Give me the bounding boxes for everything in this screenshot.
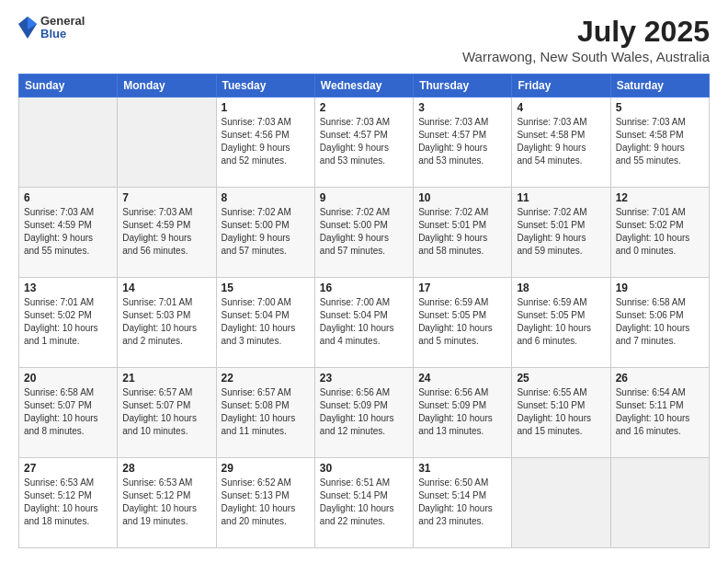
day-cell: 24Sunrise: 6:56 AM Sunset: 5:09 PM Dayli… (414, 368, 512, 458)
subtitle: Warrawong, New South Wales, Australia (462, 49, 710, 64)
day-cell: 8Sunrise: 7:02 AM Sunset: 5:00 PM Daylig… (216, 188, 314, 278)
day-number: 1 (222, 101, 310, 114)
day-info: Sunrise: 7:03 AM Sunset: 4:56 PM Dayligh… (222, 116, 310, 167)
day-cell: 29Sunrise: 6:52 AM Sunset: 5:13 PM Dayli… (216, 458, 314, 548)
day-info: Sunrise: 6:59 AM Sunset: 5:05 PM Dayligh… (418, 296, 506, 348)
day-cell: 13Sunrise: 7:01 AM Sunset: 5:02 PM Dayli… (19, 278, 118, 368)
day-number: 6 (24, 191, 112, 204)
day-info: Sunrise: 7:02 AM Sunset: 5:01 PM Dayligh… (517, 206, 605, 258)
day-cell: 30Sunrise: 6:51 AM Sunset: 5:14 PM Dayli… (314, 458, 413, 548)
week-row-2: 6Sunrise: 7:03 AM Sunset: 4:59 PM Daylig… (19, 188, 710, 278)
day-info: Sunrise: 6:55 AM Sunset: 5:10 PM Dayligh… (517, 386, 605, 438)
logo-text: General Blue (40, 15, 85, 41)
header-cell-tuesday: Tuesday (216, 75, 314, 98)
day-cell: 19Sunrise: 6:58 AM Sunset: 5:06 PM Dayli… (610, 278, 709, 368)
day-info: Sunrise: 6:56 AM Sunset: 5:09 PM Dayligh… (418, 386, 506, 438)
day-number: 3 (418, 101, 506, 114)
day-info: Sunrise: 7:03 AM Sunset: 4:59 PM Dayligh… (24, 206, 112, 258)
day-info: Sunrise: 6:52 AM Sunset: 5:13 PM Dayligh… (222, 477, 310, 528)
day-number: 28 (122, 462, 210, 475)
day-info: Sunrise: 6:57 AM Sunset: 5:08 PM Dayligh… (222, 386, 310, 438)
day-number: 9 (320, 191, 408, 204)
day-number: 25 (517, 372, 605, 385)
day-info: Sunrise: 6:57 AM Sunset: 5:07 PM Dayligh… (122, 386, 210, 438)
day-cell: 9Sunrise: 7:02 AM Sunset: 5:00 PM Daylig… (314, 188, 413, 278)
day-info: Sunrise: 7:03 AM Sunset: 4:58 PM Dayligh… (616, 116, 704, 167)
day-number: 30 (320, 462, 408, 475)
header-cell-wednesday: Wednesday (314, 75, 413, 98)
header-cell-saturday: Saturday (610, 75, 709, 98)
header: General Blue July 2025 Warrawong, New So… (18, 15, 710, 64)
day-info: Sunrise: 6:58 AM Sunset: 5:07 PM Dayligh… (24, 386, 112, 438)
day-number: 22 (222, 372, 310, 385)
day-number: 13 (24, 282, 112, 294)
week-row-4: 20Sunrise: 6:58 AM Sunset: 5:07 PM Dayli… (19, 368, 710, 458)
day-number: 31 (418, 462, 506, 475)
header-cell-thursday: Thursday (414, 75, 512, 98)
week-row-5: 27Sunrise: 6:53 AM Sunset: 5:12 PM Dayli… (19, 458, 710, 548)
day-info: Sunrise: 7:02 AM Sunset: 5:00 PM Dayligh… (320, 206, 408, 258)
day-cell: 31Sunrise: 6:50 AM Sunset: 5:14 PM Dayli… (414, 458, 512, 548)
day-cell: 1Sunrise: 7:03 AM Sunset: 4:56 PM Daylig… (216, 98, 314, 188)
day-info: Sunrise: 7:01 AM Sunset: 5:02 PM Dayligh… (616, 206, 704, 258)
day-cell: 27Sunrise: 6:53 AM Sunset: 5:12 PM Dayli… (19, 458, 118, 548)
logo-general-text: General (40, 15, 85, 28)
day-number: 14 (122, 282, 210, 294)
day-number: 17 (418, 282, 506, 294)
day-cell: 18Sunrise: 6:59 AM Sunset: 5:05 PM Dayli… (512, 278, 610, 368)
day-info: Sunrise: 6:51 AM Sunset: 5:14 PM Dayligh… (320, 477, 408, 528)
day-number: 20 (24, 372, 112, 385)
day-cell: 5Sunrise: 7:03 AM Sunset: 4:58 PM Daylig… (610, 98, 709, 188)
day-number: 24 (418, 372, 506, 385)
week-row-1: 1Sunrise: 7:03 AM Sunset: 4:56 PM Daylig… (19, 98, 710, 188)
day-info: Sunrise: 7:03 AM Sunset: 4:59 PM Dayligh… (122, 206, 210, 258)
calendar-body: 1Sunrise: 7:03 AM Sunset: 4:56 PM Daylig… (19, 98, 710, 548)
day-info: Sunrise: 7:01 AM Sunset: 5:03 PM Dayligh… (122, 296, 210, 348)
day-info: Sunrise: 6:54 AM Sunset: 5:11 PM Dayligh… (616, 386, 704, 438)
day-info: Sunrise: 7:02 AM Sunset: 5:00 PM Dayligh… (222, 206, 310, 258)
day-number: 23 (320, 372, 408, 385)
header-cell-sunday: Sunday (19, 75, 118, 98)
day-info: Sunrise: 6:53 AM Sunset: 5:12 PM Dayligh… (122, 477, 210, 528)
day-number: 21 (122, 372, 210, 385)
day-cell: 17Sunrise: 6:59 AM Sunset: 5:05 PM Dayli… (414, 278, 512, 368)
day-info: Sunrise: 7:03 AM Sunset: 4:57 PM Dayligh… (320, 116, 408, 167)
day-cell: 22Sunrise: 6:57 AM Sunset: 5:08 PM Dayli… (216, 368, 314, 458)
day-info: Sunrise: 7:03 AM Sunset: 4:58 PM Dayligh… (517, 116, 605, 167)
day-info: Sunrise: 7:01 AM Sunset: 5:02 PM Dayligh… (24, 296, 112, 348)
day-cell: 11Sunrise: 7:02 AM Sunset: 5:01 PM Dayli… (512, 188, 610, 278)
day-cell: 6Sunrise: 7:03 AM Sunset: 4:59 PM Daylig… (19, 188, 118, 278)
calendar-table: SundayMondayTuesdayWednesdayThursdayFrid… (18, 74, 710, 548)
day-number: 8 (222, 191, 310, 204)
title-block: July 2025 Warrawong, New South Wales, Au… (462, 15, 710, 64)
day-cell (610, 458, 709, 548)
day-cell: 10Sunrise: 7:02 AM Sunset: 5:01 PM Dayli… (414, 188, 512, 278)
day-number: 18 (517, 282, 605, 294)
day-number: 5 (616, 101, 704, 114)
day-number: 10 (418, 191, 506, 204)
day-info: Sunrise: 7:00 AM Sunset: 5:04 PM Dayligh… (320, 296, 408, 348)
day-cell: 2Sunrise: 7:03 AM Sunset: 4:57 PM Daylig… (314, 98, 413, 188)
day-number: 7 (122, 191, 210, 204)
day-cell: 12Sunrise: 7:01 AM Sunset: 5:02 PM Dayli… (610, 188, 709, 278)
day-info: Sunrise: 6:58 AM Sunset: 5:06 PM Dayligh… (616, 296, 704, 348)
day-number: 2 (320, 101, 408, 114)
day-number: 26 (616, 372, 704, 385)
day-cell: 16Sunrise: 7:00 AM Sunset: 5:04 PM Dayli… (314, 278, 413, 368)
day-cell: 7Sunrise: 7:03 AM Sunset: 4:59 PM Daylig… (118, 188, 216, 278)
week-row-3: 13Sunrise: 7:01 AM Sunset: 5:02 PM Dayli… (19, 278, 710, 368)
main-title: July 2025 (462, 15, 710, 49)
day-number: 27 (24, 462, 112, 475)
day-info: Sunrise: 6:53 AM Sunset: 5:12 PM Dayligh… (24, 477, 112, 528)
day-cell: 28Sunrise: 6:53 AM Sunset: 5:12 PM Dayli… (118, 458, 216, 548)
day-cell (512, 458, 610, 548)
day-number: 29 (222, 462, 310, 475)
page: General Blue July 2025 Warrawong, New So… (0, 0, 728, 563)
day-info: Sunrise: 6:50 AM Sunset: 5:14 PM Dayligh… (418, 477, 506, 528)
day-number: 11 (517, 191, 605, 204)
day-cell: 4Sunrise: 7:03 AM Sunset: 4:58 PM Daylig… (512, 98, 610, 188)
day-number: 19 (616, 282, 704, 294)
logo-icon (18, 17, 37, 39)
day-info: Sunrise: 7:00 AM Sunset: 5:04 PM Dayligh… (222, 296, 310, 348)
logo-blue-text: Blue (40, 28, 85, 40)
